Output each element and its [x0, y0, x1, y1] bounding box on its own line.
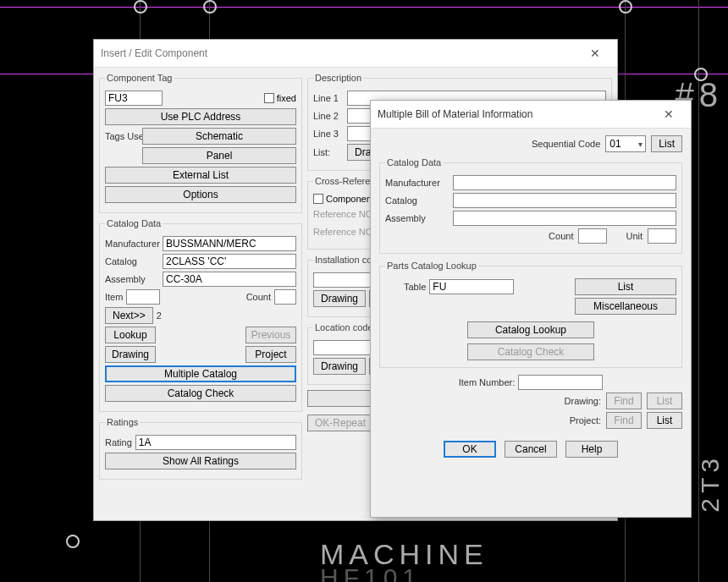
catalog-data-group: Catalog Data Manufacturer Catalog Assemb…	[99, 218, 302, 412]
project-list-button[interactable]: List	[647, 412, 682, 429]
label: Manufacturer	[105, 239, 159, 249]
item-input[interactable]	[126, 289, 160, 305]
cad-text: 2T3	[696, 453, 725, 513]
label: Line 1	[313, 93, 344, 103]
inst-drawing-button[interactable]: Drawing	[313, 290, 366, 307]
label: Catalog	[385, 195, 449, 206]
legend: Component Tag	[105, 73, 174, 83]
rating-input[interactable]	[135, 435, 296, 450]
seq-code-label: Sequential Code	[532, 139, 600, 149]
fixed-label: fixed	[277, 93, 296, 103]
assembly-input[interactable]	[163, 272, 296, 287]
cad-text: HF101	[320, 563, 422, 582]
panel-button[interactable]: Panel	[142, 147, 296, 164]
lookup-list-button[interactable]: List	[575, 278, 676, 295]
label: List:	[313, 147, 344, 157]
label: Manufacturer	[385, 178, 449, 188]
label: Catalog	[105, 256, 159, 266]
options-button[interactable]: Options	[105, 186, 296, 203]
previous-button: Previous	[245, 327, 296, 343]
external-list-button[interactable]: External List	[105, 167, 296, 184]
mfr-input[interactable]	[453, 175, 676, 190]
win2-title: Multiple Bill of Material Information	[378, 108, 654, 120]
label: Assembly	[385, 213, 449, 223]
table-input[interactable]	[429, 279, 514, 294]
legend: Parts Catalog Lookup	[385, 261, 478, 271]
ok-button[interactable]: OK	[444, 441, 496, 458]
unit-input[interactable]	[648, 228, 676, 244]
manufacturer-input[interactable]	[163, 236, 296, 251]
drawing-button[interactable]: Drawing	[105, 346, 156, 363]
item-number-input[interactable]	[518, 375, 603, 390]
tags-used-label: Tags Used:	[105, 131, 139, 141]
close-icon[interactable]: ✕	[654, 106, 684, 123]
legend: Catalog Data	[385, 157, 443, 167]
label: Count	[246, 292, 271, 302]
project-button[interactable]: Project	[245, 346, 296, 363]
cancel-button[interactable]: Cancel	[505, 441, 557, 458]
catalog-check-button: Catalog Check	[467, 343, 594, 360]
lookup-button[interactable]: Lookup	[105, 327, 156, 343]
misc-button[interactable]: Miscellaneous	[575, 298, 676, 315]
label: Rating	[105, 437, 132, 447]
drawing-list-button: List	[647, 393, 682, 409]
catalog-input[interactable]	[453, 193, 676, 208]
next-value: 2	[157, 310, 162, 321]
legend: Ratings	[105, 417, 140, 427]
seq-code-value: 01	[609, 138, 620, 150]
multiple-catalog-button[interactable]: Multiple Catalog	[105, 365, 296, 382]
use-plc-button[interactable]: Use PLC Address	[105, 108, 296, 125]
fixed-checkbox[interactable]: fixed	[264, 93, 296, 103]
catalog-data-group: Catalog Data Manufacturer Catalog Assemb…	[379, 157, 682, 254]
label: Table	[404, 282, 426, 292]
loc-drawing-button[interactable]: Drawing	[313, 358, 366, 375]
label: Line 3	[313, 129, 344, 139]
catalog-input[interactable]	[163, 254, 296, 269]
seq-code-select[interactable]: 01	[605, 135, 646, 152]
parts-catalog-lookup-group: Parts Catalog Lookup Table List Miscella…	[379, 261, 682, 368]
project-label: Project:	[570, 415, 601, 426]
schematic-button[interactable]: Schematic	[142, 128, 296, 145]
next-button[interactable]: Next>>	[105, 307, 153, 324]
label: Item	[105, 292, 123, 302]
multiple-bom-dialog: Multiple Bill of Material Information ✕ …	[370, 100, 692, 518]
label: Unit	[626, 231, 643, 241]
drawing-label: Drawing:	[565, 396, 601, 406]
tag-input[interactable]	[105, 91, 163, 106]
legend: Location code	[313, 322, 375, 332]
ok-repeat-button: OK-Repeat	[307, 415, 373, 431]
legend: Description	[313, 73, 363, 83]
item-number-label: Item Number:	[459, 377, 516, 387]
legend: Catalog Data	[105, 218, 163, 228]
label: Line 2	[313, 111, 344, 121]
component-tag-group: Component Tag fixed Use PLC Address Tags…	[99, 73, 302, 213]
count-input[interactable]	[274, 289, 296, 305]
label: Count	[549, 231, 573, 241]
help-button[interactable]: Help	[565, 441, 618, 458]
show-all-ratings-button[interactable]: Show All Ratings	[105, 453, 296, 469]
drawing-find-button: Find	[606, 393, 642, 409]
catalog-check-button[interactable]: Catalog Check	[105, 385, 296, 402]
count-input[interactable]	[578, 228, 607, 244]
ratings-group: Ratings Rating Show All Ratings	[99, 417, 302, 480]
win1-title: Insert / Edit Component	[101, 47, 580, 59]
project-find-button: Find	[606, 412, 642, 429]
close-icon[interactable]: ✕	[580, 45, 610, 62]
assembly-input[interactable]	[453, 211, 676, 226]
label: Assembly	[105, 274, 159, 284]
catalog-lookup-button[interactable]: Catalog Lookup	[467, 321, 594, 338]
seq-list-button[interactable]: List	[651, 135, 682, 152]
